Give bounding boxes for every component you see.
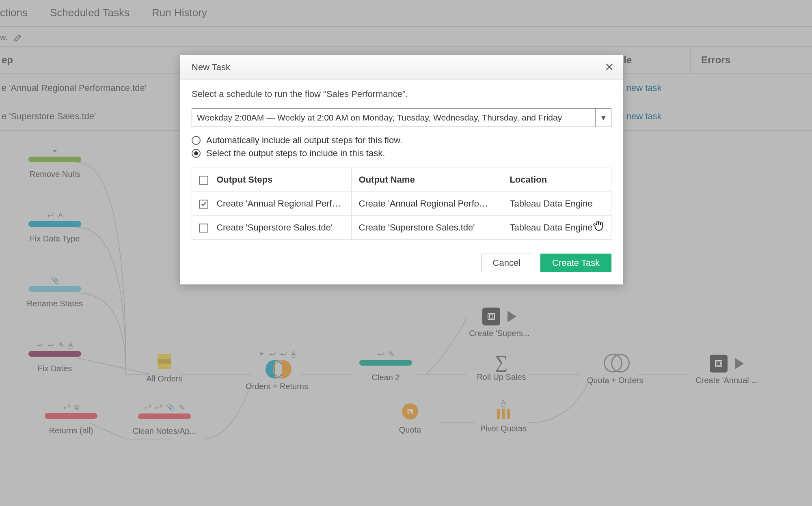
modal-title: New Task <box>192 62 230 73</box>
th-location: Location <box>502 168 611 192</box>
th-output-name: Output Name <box>351 168 502 192</box>
table-row: Create 'Annual Regional Perf… Create 'An… <box>192 192 611 216</box>
radio-select-label: Select the output steps to include in th… <box>206 148 385 159</box>
schedule-select[interactable]: Weekday 2:00AM — Weekly at 2:00 AM on Mo… <box>192 108 611 127</box>
radio-group: Automatically include all output steps f… <box>192 135 611 159</box>
cancel-button[interactable]: Cancel <box>481 254 532 272</box>
row1-location: Tableau Data Engine <box>502 192 611 216</box>
row2-checkbox[interactable] <box>199 224 208 233</box>
new-task-modal: New Task ✕ Select a schedule to run the … <box>180 55 623 284</box>
page-root: ctions Scheduled Tasks Run History w. ep… <box>0 0 812 506</box>
th-output-steps: Output Steps <box>216 174 272 185</box>
modal-instruction: Select a schedule to run the flow "Sales… <box>192 89 611 99</box>
radio-all-label: Automatically include all output steps f… <box>206 135 402 146</box>
schedule-value: Weekday 2:00AM — Weekly at 2:00 AM on Mo… <box>197 113 562 123</box>
modal-body: Select a schedule to run the flow "Sales… <box>180 80 623 243</box>
row1-checkbox[interactable] <box>199 200 208 209</box>
modal-overlay: New Task ✕ Select a schedule to run the … <box>0 0 812 506</box>
create-task-button[interactable]: Create Task <box>540 254 611 272</box>
row2-name: Create 'Superstore Sales.tde' <box>351 216 502 240</box>
row2-location: Tableau Data Engine <box>502 216 611 240</box>
table-row: Create 'Superstore Sales.tde' Create 'Su… <box>192 216 611 240</box>
row2-step: Create 'Superstore Sales.tde' <box>216 222 333 233</box>
close-icon[interactable]: ✕ <box>605 62 614 73</box>
radio-include-all[interactable] <box>192 136 201 145</box>
radio-select-steps[interactable] <box>192 149 201 158</box>
table-header: Output Steps Output Name Location <box>192 168 611 192</box>
select-all-checkbox[interactable] <box>199 176 208 185</box>
outputs-table: Output Steps Output Name Location <box>192 168 611 240</box>
modal-header: New Task ✕ <box>180 55 623 80</box>
row1-step: Create 'Annual Regional Perf… <box>216 198 341 209</box>
row1-name: Create 'Annual Regional Perfo… <box>351 192 502 216</box>
modal-footer: Cancel Create Task <box>180 243 623 284</box>
